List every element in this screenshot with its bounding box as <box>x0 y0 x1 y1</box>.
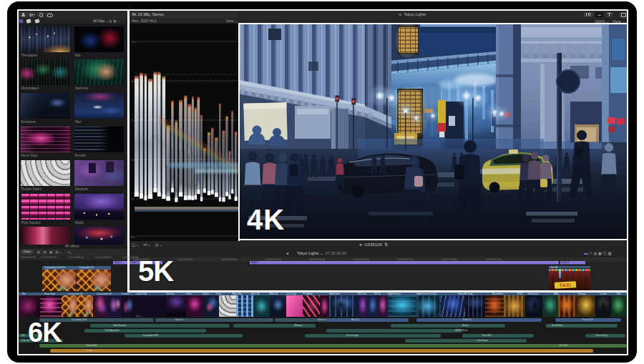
svg-text:4K: 4K <box>247 204 285 235</box>
svg-text:75: 75 <box>131 119 135 122</box>
svg-text:25: 25 <box>131 197 135 201</box>
svg-text:50: 50 <box>131 158 135 162</box>
svg-text:120: 120 <box>131 40 136 44</box>
